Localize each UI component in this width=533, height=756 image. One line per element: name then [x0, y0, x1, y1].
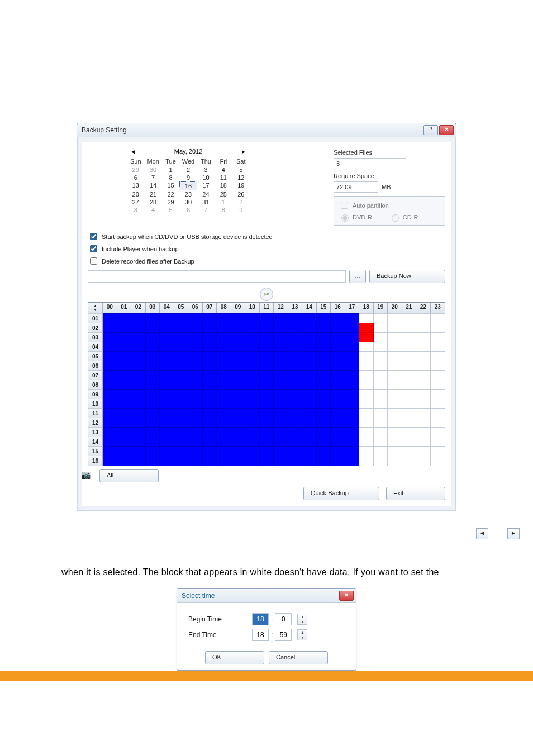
timeline-cell[interactable]: [103, 370, 117, 380]
timeline-cell[interactable]: [388, 427, 402, 437]
timeline-cell[interactable]: [302, 456, 317, 466]
timeline-cell[interactable]: [245, 323, 260, 333]
calendar-day[interactable]: 1: [215, 198, 232, 206]
timeline-cell[interactable]: [402, 313, 417, 323]
calendar-day[interactable]: 4: [215, 166, 232, 174]
delete-after-checkbox[interactable]: Delete recorded files after Backup: [88, 256, 445, 266]
timeline-cell[interactable]: [103, 437, 117, 447]
timeline-cell[interactable]: [231, 399, 246, 409]
timeline-cell[interactable]: [359, 351, 374, 361]
timeline-cell[interactable]: [174, 323, 189, 333]
timeline-cell[interactable]: [117, 361, 132, 371]
timeline-cell[interactable]: [160, 361, 174, 371]
timeline-cell[interactable]: [117, 332, 132, 342]
timeline-cell[interactable]: [388, 437, 402, 447]
timeline-cell[interactable]: [217, 323, 231, 333]
timeline-cell[interactable]: [103, 323, 117, 333]
calendar-day[interactable]: 21: [144, 190, 161, 198]
timeline-cell[interactable]: [174, 389, 189, 399]
timeline-cell[interactable]: [416, 389, 431, 399]
timeline-cell[interactable]: [174, 342, 189, 352]
timeline-cell[interactable]: [359, 446, 374, 456]
timeline-cell[interactable]: [402, 408, 417, 418]
include-player-checkbox[interactable]: Include Player when backup: [88, 243, 445, 254]
timeline-cell[interactable]: [302, 380, 317, 390]
timeline-cell[interactable]: [317, 399, 331, 409]
timeline-cell[interactable]: [260, 399, 274, 409]
calendar-day[interactable]: 7: [144, 174, 161, 181]
path-input[interactable]: [88, 270, 346, 283]
timeline-cell[interactable]: [402, 437, 417, 447]
timeline-cell[interactable]: [359, 342, 374, 352]
calendar-day[interactable]: 28: [144, 198, 161, 206]
timeline-cell[interactable]: [231, 389, 246, 399]
timeline-cell[interactable]: [260, 370, 274, 380]
timeline-cell[interactable]: [345, 399, 360, 409]
calendar-day[interactable]: 8: [215, 206, 232, 214]
timeline-cell[interactable]: [160, 408, 174, 418]
timeline-cell[interactable]: [146, 351, 160, 361]
timeline-cell[interactable]: [131, 456, 146, 466]
timeline-cell[interactable]: [217, 342, 231, 352]
timeline-cell[interactable]: [217, 332, 231, 342]
timeline-cell[interactable]: [203, 446, 217, 456]
timeline-cell[interactable]: [217, 361, 231, 371]
calendar-day[interactable]: 25: [215, 190, 232, 198]
browse-button[interactable]: ...: [349, 270, 366, 283]
timeline-cell[interactable]: [131, 408, 146, 418]
timeline-cell[interactable]: [288, 380, 303, 390]
timeline-cell[interactable]: [302, 408, 317, 418]
timeline-cell[interactable]: [217, 389, 231, 399]
timeline-cell[interactable]: [402, 342, 417, 352]
timeline-cell[interactable]: [146, 380, 160, 390]
timeline-cell[interactable]: [302, 313, 317, 323]
timeline-cell[interactable]: [359, 399, 374, 409]
timeline-cell[interactable]: [160, 389, 174, 399]
calendar-day[interactable]: 31: [197, 198, 215, 206]
timeline-cell[interactable]: [131, 389, 146, 399]
timeline-cell[interactable]: [331, 370, 345, 380]
timeline-cell[interactable]: [131, 323, 146, 333]
calendar-day[interactable]: 23: [179, 190, 197, 198]
timeline-cell[interactable]: [131, 370, 146, 380]
timeline-cell[interactable]: [117, 389, 132, 399]
timeline-cell[interactable]: [288, 370, 303, 380]
timeline-cell[interactable]: [302, 323, 317, 333]
backup-now-button[interactable]: Backup Now: [369, 270, 445, 283]
timeline-cell[interactable]: [317, 437, 331, 447]
timeline-cell[interactable]: [203, 332, 217, 342]
timeline-cell[interactable]: [160, 370, 174, 380]
timeline-cell[interactable]: [331, 351, 345, 361]
timeline-cell[interactable]: [188, 437, 203, 447]
timeline-cell[interactable]: [274, 342, 288, 352]
timeline-cell[interactable]: [431, 351, 445, 361]
timeline-cell[interactable]: [431, 408, 445, 418]
timeline-cell[interactable]: [174, 399, 189, 409]
timeline-cell[interactable]: [288, 427, 303, 437]
timeline-cell[interactable]: [245, 332, 260, 342]
timeline-cell[interactable]: [345, 351, 360, 361]
timeline-cell[interactable]: [231, 437, 246, 447]
timeline-cell[interactable]: [260, 332, 274, 342]
timeline-cell[interactable]: [245, 380, 260, 390]
timeline-cell[interactable]: [317, 456, 331, 466]
scroll-right-icon[interactable]: ►: [507, 528, 520, 539]
timeline-cell[interactable]: [174, 446, 189, 456]
timeline-spinner[interactable]: ▲▼: [88, 303, 103, 313]
timeline-cell[interactable]: [203, 361, 217, 371]
calendar-day[interactable]: 3: [197, 166, 215, 174]
timeline-cell[interactable]: [245, 313, 260, 323]
timeline-cell[interactable]: [359, 332, 374, 342]
timeline-cell[interactable]: [245, 399, 260, 409]
timeline-cell[interactable]: [160, 418, 174, 428]
calendar-day[interactable]: 5: [232, 166, 250, 174]
timeline-cell[interactable]: [174, 456, 189, 466]
timeline-cell[interactable]: [160, 456, 174, 466]
timeline-cell[interactable]: [245, 418, 260, 428]
timeline-cell[interactable]: [160, 427, 174, 437]
timeline-cell[interactable]: [331, 437, 345, 447]
timeline-cell[interactable]: [217, 418, 231, 428]
end-hour-input[interactable]: 18: [252, 629, 269, 641]
help-button[interactable]: ?: [423, 125, 438, 135]
timeline-cell[interactable]: [245, 361, 260, 371]
